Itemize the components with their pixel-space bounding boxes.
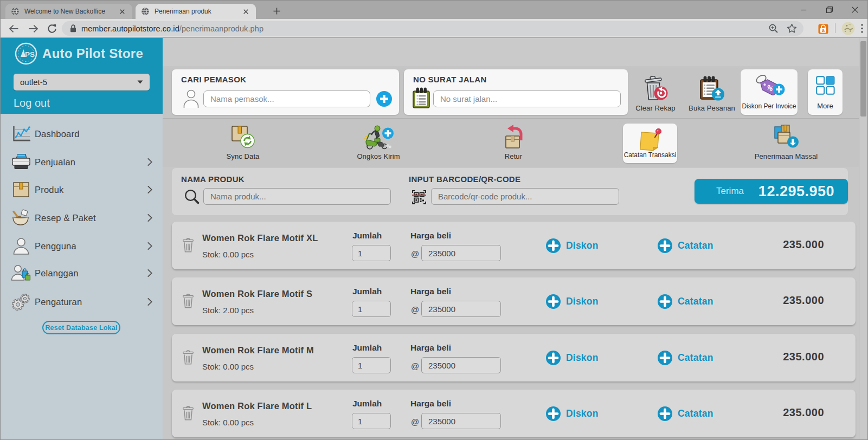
harga-beli-label: Harga beli xyxy=(410,231,451,241)
quantity-input[interactable] xyxy=(352,413,391,429)
chevron-right-icon xyxy=(147,298,152,306)
product-stock: Stok: 0.00 pcs xyxy=(202,362,254,371)
jumlah-label: Jumlah xyxy=(352,343,382,353)
sync-data-button[interactable]: Sync Data xyxy=(213,123,273,160)
quantity-input[interactable] xyxy=(352,245,391,261)
purchase-price-input[interactable] xyxy=(421,245,501,261)
quantity-input[interactable] xyxy=(352,357,391,373)
add-catatan-button[interactable]: Catatan xyxy=(658,237,713,254)
barcode-input[interactable] xyxy=(431,188,619,205)
add-supplier-button[interactable] xyxy=(376,91,392,107)
terima-button[interactable]: Terima 12.295.950 xyxy=(695,179,848,204)
window-minimize-button[interactable] xyxy=(791,1,816,19)
url-path: /penerimaanproduk.php xyxy=(179,24,263,33)
add-catatan-button[interactable]: Catatan xyxy=(658,405,713,422)
new-tab-button[interactable] xyxy=(269,5,284,16)
diskon-per-invoice-button[interactable]: % Diskon Per Invoice xyxy=(741,69,798,115)
window-close-button[interactable] xyxy=(842,1,867,19)
reload-button[interactable] xyxy=(44,21,59,36)
add-catatan-button[interactable]: Catatan xyxy=(658,293,713,310)
catatan-label: Catatan xyxy=(678,296,713,307)
delete-row-trash-icon[interactable] xyxy=(182,405,194,421)
scrollbar-thumb[interactable] xyxy=(860,41,866,117)
brand: PS Auto Pilot Store xyxy=(15,42,143,65)
product-stock: Stok: 2.00 pcs xyxy=(202,306,254,315)
add-diskon-button[interactable]: Diskon xyxy=(546,349,599,366)
purchase-price-input[interactable] xyxy=(421,357,501,373)
reset-database-button[interactable]: Reset Database Lokal xyxy=(42,321,120,334)
purchase-price-input[interactable] xyxy=(421,301,501,317)
extension-shopping-icon[interactable]: a xyxy=(818,23,829,34)
return-box-icon xyxy=(484,123,543,150)
sidebar-item-pelanggan[interactable]: Pelanggan xyxy=(1,259,163,287)
logout-link[interactable]: Log out xyxy=(14,97,50,109)
at-symbol: @ xyxy=(411,249,419,258)
back-button[interactable] xyxy=(7,21,21,36)
sidebar-item-produk[interactable]: Produk xyxy=(1,176,163,204)
browser-tab-inactive[interactable]: Welcome to New Backoffice xyxy=(5,4,132,19)
add-diskon-button[interactable]: Diskon xyxy=(546,293,599,310)
main-content: CARI PEMASOK NO SURAT JALAN xyxy=(163,38,859,439)
delivery-scooter-icon xyxy=(349,123,408,150)
purchase-price-input[interactable] xyxy=(421,413,501,429)
sidebar-item-penjualan[interactable]: Penjualan xyxy=(1,148,163,176)
penerimaan-massal-button[interactable]: Penerimaan Massal xyxy=(754,123,819,160)
address-bar[interactable]: member.autopilotstore.co.id/penerimaanpr… xyxy=(62,21,803,36)
supplier-search-input[interactable] xyxy=(203,90,370,107)
add-diskon-button[interactable]: Diskon xyxy=(546,405,599,422)
zoom-icon[interactable] xyxy=(768,23,779,34)
harga-beli-label: Harga beli xyxy=(410,343,451,353)
penerimaan-massal-label: Penerimaan Massal xyxy=(754,152,819,160)
vertical-scrollbar[interactable] xyxy=(859,38,867,439)
barcode-label: INPUT BARCODE/QR-CODE xyxy=(409,174,520,184)
sidebar-item-resep-paket[interactable]: Resep & Paket xyxy=(1,204,163,232)
chevron-right-icon xyxy=(147,214,152,222)
no-surat-jalan-label: NO SURAT JALAN xyxy=(413,75,487,84)
quantity-input[interactable] xyxy=(352,301,391,317)
product-name: Women Rok Flare Motif XL xyxy=(202,233,318,243)
delete-row-trash-icon[interactable] xyxy=(182,293,194,309)
profile-avatar[interactable] xyxy=(841,22,855,35)
harga-beli-label: Harga beli xyxy=(410,399,451,409)
surat-jalan-input[interactable] xyxy=(433,90,621,107)
select-caret-icon xyxy=(137,80,143,84)
product-name-input[interactable] xyxy=(203,188,391,205)
catatan-transaksi-button[interactable]: Catatan Transaksi xyxy=(623,124,677,163)
buka-pesanan-button[interactable]: Buka Pesanan xyxy=(682,75,742,112)
retur-button[interactable]: Retur xyxy=(484,123,543,160)
add-diskon-button[interactable]: Diskon xyxy=(546,237,599,254)
catatan-label: Catatan xyxy=(678,408,713,419)
buka-pesanan-label: Buka Pesanan xyxy=(682,104,742,112)
sidebar-item-dashboard[interactable]: Dashboard xyxy=(1,120,163,148)
delete-row-trash-icon[interactable] xyxy=(182,237,194,253)
row-total: 235.000 xyxy=(783,294,824,307)
plus-circle-icon xyxy=(658,406,672,421)
chevron-right-icon xyxy=(147,269,152,277)
bookmark-star-icon[interactable] xyxy=(787,23,797,34)
at-symbol: @ xyxy=(411,417,419,426)
delete-row-trash-icon[interactable] xyxy=(182,350,194,365)
svg-text:a: a xyxy=(822,27,825,33)
forward-button[interactable] xyxy=(26,21,41,36)
outlet-select[interactable]: outlet-5 xyxy=(14,74,150,90)
more-button[interactable]: More xyxy=(808,69,843,115)
add-catatan-button[interactable]: Catatan xyxy=(658,349,713,366)
sidebar-item-pengguna[interactable]: Pengguna xyxy=(1,232,163,260)
window-restore-button[interactable] xyxy=(816,1,842,19)
plus-circle-icon xyxy=(658,238,672,253)
sidebar-header: PS Auto Pilot Store outlet-5 Log out xyxy=(1,38,163,114)
browser-tab-active[interactable]: Penerimaan produk xyxy=(136,4,256,19)
lock-icon[interactable] xyxy=(70,24,76,33)
ongkos-kirim-button[interactable]: Ongkos Kirim xyxy=(349,123,408,160)
nama-produk-label: NAMA PRODUK xyxy=(181,174,245,184)
url-domain: member.autopilotstore.co.id xyxy=(81,24,179,33)
tab-close-icon[interactable] xyxy=(117,7,127,16)
customer-packages-icon xyxy=(11,263,31,283)
clear-rekap-button[interactable]: Clear Rekap xyxy=(626,75,685,112)
catatan-label: Catatan xyxy=(678,352,713,364)
browser-menu-kebab-icon[interactable] xyxy=(861,24,863,33)
tab-close-icon[interactable] xyxy=(241,7,250,16)
plus-circle-icon xyxy=(546,351,561,365)
harga-beli-label: Harga beli xyxy=(410,287,451,296)
sidebar-item-pengaturan[interactable]: Pengaturan xyxy=(1,288,163,316)
